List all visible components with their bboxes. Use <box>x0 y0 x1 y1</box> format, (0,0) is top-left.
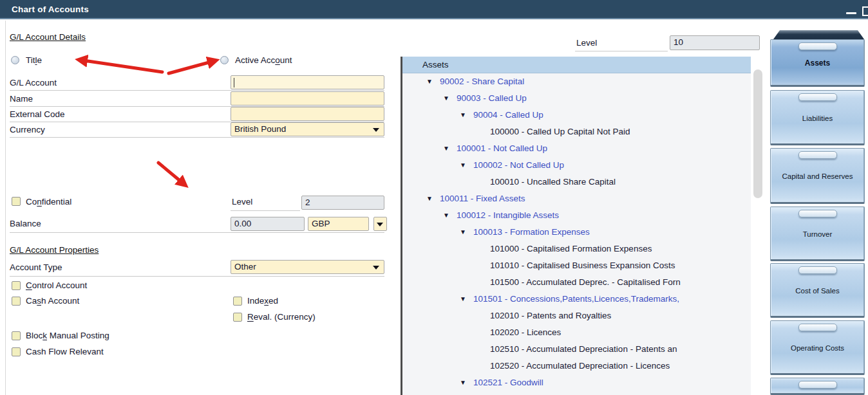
tree-item[interactable]: ▼101501 - Concessions,Patents,Licences,T… <box>402 291 751 308</box>
drawer-operating-costs[interactable]: Operating Costs <box>770 320 865 375</box>
drawer-label: Turnover <box>771 230 864 238</box>
tree-item[interactable]: 101500 - Accumulated Deprec. - Capitalis… <box>402 274 751 291</box>
tree-item[interactable]: ▼100012 - Intangible Assets <box>402 207 751 224</box>
tree-expand-arrow[interactable]: ▼ <box>443 207 457 224</box>
tree-item-label: 100000 - Called Up Capital Not Paid <box>490 127 630 136</box>
balance-currency-field[interactable]: GBP <box>308 217 369 231</box>
tree-item[interactable]: 102010 - Patents and Royalties <box>402 308 751 324</box>
tree-item-label: 100001 - Not Called Up <box>457 143 547 153</box>
maximize-icon[interactable] <box>862 6 868 16</box>
cabinet-top <box>773 30 864 39</box>
drawer-label: Liabilities <box>771 115 864 122</box>
cash-flow-relevant-label: Cash Flow Relevant <box>26 347 104 356</box>
reval-currency-checkbox[interactable] <box>233 313 242 322</box>
account-type-dropdown[interactable]: Other <box>231 260 384 274</box>
divider <box>10 137 384 138</box>
tree-item-label: 100002 - Not Called Up <box>473 160 564 170</box>
section-gl-account-properties: G/L Account Properties <box>10 245 99 255</box>
tree-item[interactable]: 102520 - Accumulated Depreciation - Lice… <box>402 358 751 374</box>
divider <box>575 51 668 51</box>
active-account-radio-label: Active Account <box>235 55 292 65</box>
tree-item-label: 100012 - Intangible Assets <box>457 210 559 220</box>
minimize-icon[interactable] <box>846 12 856 14</box>
tree-expand-arrow[interactable]: ▼ <box>460 107 473 124</box>
tree-item[interactable]: 100000 - Called Up Capital Not Paid <box>402 124 751 140</box>
accounts-tree-panel: Assets ▼90002 - Share Capital▼90003 - Ca… <box>401 57 751 395</box>
tree-item-label: 101500 - Accumulated Deprec. - Capitalis… <box>490 277 681 287</box>
balance-currency-dropdown-button[interactable] <box>373 217 387 231</box>
tree-expand-arrow[interactable]: ▼ <box>460 157 473 174</box>
chart-of-accounts-window: Chart of Accounts G/L Account Details Ti… <box>0 0 868 395</box>
title-radio[interactable] <box>11 56 19 64</box>
reval-currency-label: Reval. (Currency) <box>247 312 316 322</box>
tree-expand-arrow[interactable]: ▼ <box>460 374 473 391</box>
tree-item[interactable]: ▼100011 - Fixed Assets <box>402 190 751 207</box>
drawer-turnover[interactable]: Turnover <box>770 207 865 261</box>
tree-item-label: 101010 - Capitalised Business Expansion … <box>490 261 675 270</box>
tree-item[interactable]: 101010 - Capitalised Business Expansion … <box>402 257 751 274</box>
tree-item[interactable]: ▼90004 - Called Up <box>402 107 751 124</box>
section-gl-account-details: G/L Account Details <box>10 32 86 42</box>
tree-item-label: 102510 - Accumulated Depreciation - Pate… <box>490 344 677 354</box>
tree-expand-arrow[interactable]: ▼ <box>443 90 457 107</box>
text-caret <box>234 78 234 87</box>
gl-account-input[interactable] <box>231 75 384 89</box>
tree-item-label: 102020 - Licences <box>490 327 561 337</box>
tree-item[interactable]: 100010 - Uncalled Share Capital <box>402 174 751 190</box>
tree-item[interactable]: ▼100013 - Formation Expenses <box>402 224 751 241</box>
tree-item-label: 102521 - Goodwill <box>473 378 543 387</box>
tree-item[interactable]: 102510 - Accumulated Depreciation - Pate… <box>402 341 751 358</box>
tree-item[interactable]: 102020 - Licences <box>402 324 751 341</box>
tree-scrollbar-thumb[interactable] <box>753 69 762 198</box>
tree-expand-arrow[interactable]: ▼ <box>443 140 457 157</box>
control-account-checkbox[interactable] <box>12 281 21 290</box>
tree-item[interactable]: ▼102521 - Goodwill <box>402 374 751 391</box>
divider <box>5 21 6 395</box>
drawer-label: Capital and Reserves <box>771 172 864 180</box>
drawer-handle <box>798 42 837 50</box>
drawer-handle <box>798 324 837 331</box>
drawer-cost-of-sales[interactable]: Cost of Sales <box>770 263 865 318</box>
currency-dropdown[interactable]: British Pound <box>231 122 384 136</box>
cash-account-label: Cash Account <box>26 296 79 306</box>
cash-flow-relevant-checkbox[interactable] <box>12 347 21 356</box>
tree-item[interactable]: ▼100001 - Not Called Up <box>402 140 751 157</box>
tree-item-label: 101501 - Concessions,Patents,Licences,Tr… <box>473 294 679 304</box>
tree-expand-arrow[interactable]: ▼ <box>460 224 473 241</box>
confidential-label: Confidential <box>26 197 71 207</box>
tree-item-label: 102010 - Patents and Royalties <box>490 311 611 320</box>
tree-item-label: 100010 - Uncalled Share Capital <box>490 177 616 187</box>
annotation-arrow-active-account <box>169 62 211 73</box>
tree-item-label: 90003 - Called Up <box>457 93 527 103</box>
tree-expand-arrow[interactable]: ▼ <box>426 190 440 207</box>
drawer-partial[interactable] <box>770 378 865 395</box>
tree-item-label: 90004 - Called Up <box>473 110 543 120</box>
external-code-input[interactable] <box>231 107 384 121</box>
block-manual-posting-checkbox[interactable] <box>12 331 21 340</box>
active-account-radio[interactable] <box>220 56 229 64</box>
window-title: Chart of Accounts <box>12 5 89 14</box>
divider <box>10 90 384 91</box>
divider <box>10 232 384 233</box>
tree-level-field: 10 <box>670 35 760 50</box>
tree-item[interactable]: ▼90003 - Called Up <box>402 90 751 107</box>
currency-label: Currency <box>10 125 45 134</box>
name-input[interactable] <box>231 91 384 106</box>
confidential-checkbox[interactable] <box>12 197 21 206</box>
indexed-checkbox[interactable] <box>233 297 242 306</box>
drawer-assets[interactable]: Assets <box>770 39 865 87</box>
tree-item[interactable]: ▼90002 - Share Capital <box>402 73 751 90</box>
tree-item-label: 100013 - Formation Expenses <box>473 227 590 237</box>
tree-item-label: 101000 - Capitalised Formation Expenses <box>490 244 652 253</box>
tree-expand-arrow[interactable]: ▼ <box>426 73 440 90</box>
tree-expand-arrow[interactable]: ▼ <box>460 291 473 308</box>
divider <box>231 210 300 211</box>
divider <box>10 276 384 277</box>
cash-account-checkbox[interactable] <box>12 297 21 306</box>
tree-item[interactable]: 101000 - Capitalised Formation Expenses <box>402 241 751 257</box>
drawer-liabilities[interactable]: Liabilities <box>770 90 865 145</box>
tree-item[interactable]: ▼100002 - Not Called Up <box>402 157 751 174</box>
drawer-label: Cost of Sales <box>771 287 864 295</box>
drawer-capital-and-reserves[interactable]: Capital and Reserves <box>770 148 865 204</box>
account-type-label: Account Type <box>10 262 62 272</box>
